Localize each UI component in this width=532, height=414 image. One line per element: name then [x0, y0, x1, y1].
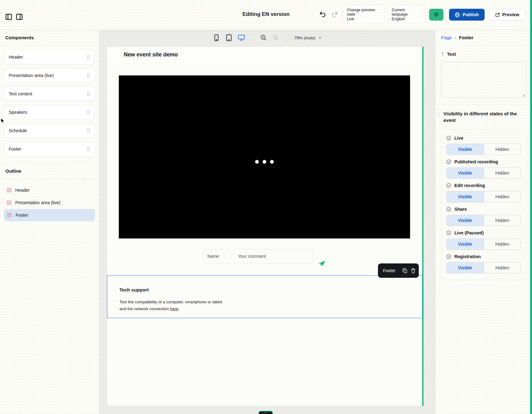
outline-item-label: Header — [15, 188, 30, 193]
drag-handle-icon[interactable] — [87, 128, 90, 133]
visible-option[interactable]: Visible — [447, 239, 484, 249]
presentation-video-area[interactable] — [119, 75, 410, 238]
drag-handle-icon[interactable] — [87, 55, 90, 59]
delete-icon[interactable] — [411, 267, 416, 274]
outline-item-footer[interactable]: Footer — [4, 209, 95, 221]
text-field-label: T Text — [441, 51, 526, 57]
redo-icon[interactable] — [331, 10, 339, 18]
drag-handle-icon[interactable] — [87, 147, 90, 151]
component-card-header[interactable]: Header — [4, 50, 95, 64]
component-label: Text content — [9, 91, 32, 96]
component-card-footer[interactable]: Footer — [4, 142, 95, 156]
tech-support-link[interactable]: here — [170, 306, 178, 311]
circle-check-icon — [446, 230, 451, 235]
drag-handle-icon[interactable] — [87, 92, 90, 96]
hidden-option[interactable]: Hidden — [484, 191, 521, 202]
zoom-level-dropdown[interactable]: 79% (Auto) ▼ — [294, 36, 322, 40]
component-card-speakers[interactable]: Speakers — [4, 105, 95, 119]
hidden-option[interactable]: Hidden — [484, 262, 521, 273]
visibility-toggle-edit-recording: Visible Hidden — [446, 191, 521, 202]
state-live-paused: Live (Paused) — [446, 230, 521, 235]
circle-check-icon — [446, 183, 451, 188]
globe-icon — [455, 12, 460, 17]
screen-edge-recording-indicator — [530, 0, 532, 414]
components-list: Header Presentation area (live) Text con… — [0, 46, 99, 163]
component-card-presentation-area[interactable]: Presentation area (live) — [4, 68, 95, 83]
visible-option[interactable]: Visible — [447, 262, 484, 273]
hidden-option[interactable]: Hidden — [484, 168, 521, 178]
duplicate-icon[interactable] — [402, 267, 408, 274]
language-dropdown[interactable]: Current language English — [388, 5, 425, 24]
site-header-section[interactable]: New event site demo — [107, 47, 423, 62]
drag-handle-icon[interactable] — [87, 110, 90, 114]
footer-section-selected[interactable]: Tech support Test the compatibility of a… — [107, 275, 423, 318]
component-card-text-content[interactable]: Text content — [4, 87, 95, 101]
outline-item-header[interactable]: Header — [4, 184, 95, 196]
visible-option[interactable]: Visible — [447, 144, 484, 155]
outline-list: Header Presentation area (live) Footer — [0, 179, 99, 227]
comment-name-input[interactable] — [203, 249, 231, 263]
visible-option[interactable]: Visible — [447, 168, 484, 178]
publish-label: Publish — [462, 12, 479, 17]
visible-option[interactable]: Visible — [447, 215, 484, 226]
breadcrumb: Page › Footer — [435, 30, 532, 46]
visibility-block: Visibility in different states of the ev… — [435, 105, 532, 287]
selected-component-badge: Footer — [378, 263, 419, 278]
component-grid-icon — [7, 188, 12, 193]
preview-state-dropdown[interactable]: Change preview state Live — [343, 5, 384, 24]
section-toolbar-peek[interactable]: ⋯ — [259, 411, 273, 414]
tablet-preview-icon[interactable] — [225, 34, 233, 42]
visibility-toggle-live-paused: Visible Hidden — [446, 238, 521, 250]
inspector-panel: Page › Footer T Text Visibility in diffe… — [435, 30, 532, 414]
publish-button[interactable]: Publish — [449, 9, 485, 21]
state-edit-recording: Edit recording — [446, 183, 521, 188]
component-grid-icon — [7, 213, 12, 218]
component-card-schedule[interactable]: Schedule — [4, 123, 95, 138]
toolbar-divider — [287, 34, 287, 42]
preview-button[interactable]: Preview — [489, 9, 525, 21]
selected-component-name: Footer — [383, 268, 395, 273]
preview-state-value: Live — [347, 17, 380, 21]
hidden-option[interactable]: Hidden — [484, 239, 521, 249]
tech-support-heading: Tech support — [119, 287, 410, 292]
outline-item-label: Footer — [16, 213, 28, 218]
zoom-in-icon[interactable] — [272, 34, 280, 42]
visible-option[interactable]: Visible — [447, 191, 484, 202]
breadcrumb-current: Footer — [459, 35, 474, 40]
component-label: Speakers — [9, 110, 27, 115]
preview-page: New event site demo Footer — [107, 47, 423, 406]
visibility-toggle-share: Visible Hidden — [446, 215, 521, 226]
history-controls — [319, 10, 339, 18]
desktop-preview-icon[interactable] — [237, 34, 245, 42]
gear-icon: ⚙ — [434, 11, 439, 18]
left-sidebar: Components Header Presentation area (liv… — [0, 30, 99, 414]
language-value: English — [392, 17, 421, 21]
preview-state-label: Change preview state — [347, 8, 380, 17]
hidden-option[interactable]: Hidden — [484, 144, 521, 155]
drag-handle-icon[interactable] — [87, 73, 90, 78]
state-live: Live — [446, 136, 521, 141]
settings-button[interactable]: ⚙ — [429, 9, 443, 21]
zoom-out-icon[interactable] — [259, 34, 268, 42]
circle-check-icon — [446, 207, 451, 212]
breadcrumb-page-link[interactable]: Page — [441, 35, 452, 40]
external-link-icon — [495, 12, 500, 17]
send-comment-icon[interactable] — [317, 259, 327, 268]
footer-text-input[interactable] — [441, 62, 526, 98]
language-label: Current language — [392, 8, 421, 17]
drag-handle-icon[interactable] — [437, 113, 440, 117]
undo-icon[interactable] — [319, 10, 327, 18]
circle-check-icon — [446, 136, 451, 141]
tech-support-line1: Test the compatibility of a computer, sm… — [119, 299, 410, 306]
mobile-preview-icon[interactable] — [212, 34, 220, 42]
comment-text-input[interactable] — [234, 249, 313, 263]
component-label: Presentation area (live) — [9, 73, 54, 78]
state-published-recording: Published recording — [446, 159, 521, 164]
outline-item-presentation-area[interactable]: Presentation area (live) — [4, 197, 95, 209]
zoom-level-value: 79% (Auto) — [294, 36, 315, 40]
editor-canvas: 79% (Auto) ▼ New event site demo Footer — [99, 30, 435, 414]
hidden-option[interactable]: Hidden — [484, 215, 521, 226]
circle-check-icon — [446, 159, 451, 164]
state-share: Share — [446, 207, 521, 212]
outline-item-label: Presentation area (live) — [15, 200, 60, 205]
